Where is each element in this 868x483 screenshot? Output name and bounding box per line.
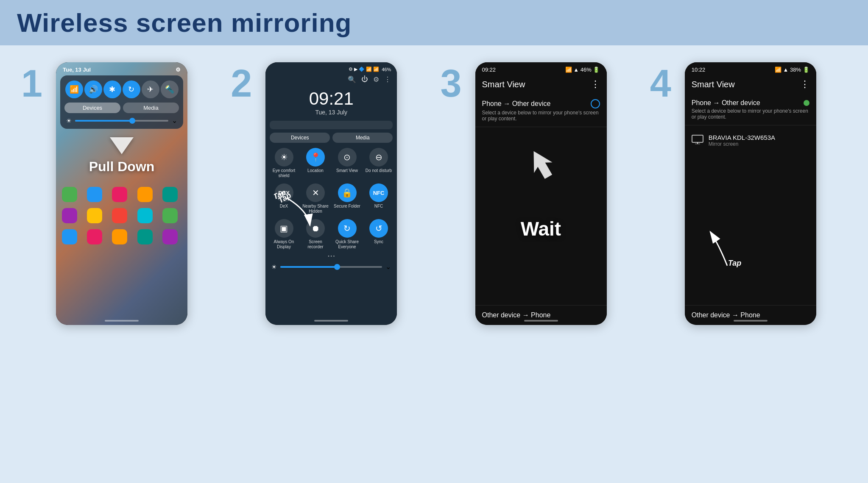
devices-tab[interactable]: Devices — [64, 103, 120, 113]
phone2-tile-aod[interactable]: ▣ Always On Display — [270, 219, 298, 250]
phone2-date: Tue, 13 July — [265, 109, 397, 116]
phone2-tile-eye-comfort[interactable]: ☀ Eye comfort shield — [270, 148, 298, 178]
device-info: BRAVIA KDL-32W653A Mirror screen — [709, 134, 775, 147]
settings-icon[interactable]: ⚙ — [373, 75, 379, 83]
phone4-section: Phone → Other device Select a device bel… — [685, 94, 816, 125]
phone3-section-subtitle: Select a device below to mirror your pho… — [482, 110, 600, 122]
phone2-background: ⚙ ▶ 🔷 📶 📶 46% 🔍 ⏻ ⚙ ⋮ 09:21 Tue, 13 July… — [265, 62, 397, 325]
phone2-tile-quick-share[interactable]: ↻ Quick Share Everyone — [333, 219, 361, 250]
device-name: BRAVIA KDL-32W653A — [709, 134, 775, 141]
more-icon[interactable]: ⋮ — [384, 75, 391, 83]
rotation-icon[interactable]: ↻ — [123, 80, 140, 98]
expand-icon: ⌄ — [172, 117, 177, 125]
secure-folder-label: Secure Folder — [334, 204, 360, 209]
volume-icon[interactable]: 🔊 — [84, 80, 102, 98]
brightness-low-icon: ☀ — [66, 117, 72, 124]
step-4-number: 4 — [650, 64, 680, 103]
nfc-icon: NFC — [369, 183, 388, 202]
phone4-status-bar: 10:22 📶 ▲ 38% 🔋 — [685, 62, 816, 75]
phone2-devices-tab[interactable]: Devices — [270, 133, 330, 143]
phone2-brightness-bar[interactable] — [280, 266, 382, 268]
step-3-block: 3 09:22 📶 ▲ 46% 🔋 Smart View ⋮ Phone → O… — [441, 62, 637, 325]
phone2-tile-screen-recorder[interactable]: ⏺ Screen recorder — [301, 219, 330, 250]
brightness-bar[interactable] — [75, 120, 168, 122]
phone2-brightness-fill — [280, 266, 336, 268]
app-5 — [162, 187, 178, 202]
step-2-number: 2 — [231, 64, 260, 103]
quick-tabs: Devices Media — [64, 103, 179, 113]
phone2-brightness-low-icon: ☀ — [271, 264, 277, 270]
pull-down-indicator: Pull Down — [56, 137, 187, 174]
svg-rect-3 — [692, 135, 703, 142]
phone2-time-block: 09:21 Tue, 13 July — [265, 85, 397, 118]
tap-arrow-4: Tap — [698, 223, 757, 270]
phone3-section-title: Phone → Other device — [482, 100, 551, 108]
quick-share-label: Quick Share Everyone — [333, 239, 361, 250]
phone1-date: Tue, 13 Jul — [63, 67, 91, 73]
app-10 — [162, 208, 178, 223]
media-tab[interactable]: Media — [123, 103, 179, 113]
wait-arrow-container — [524, 147, 558, 183]
phone2-tile-smart-view[interactable]: ⊙ Smart View — [333, 148, 361, 178]
eye-comfort-icon: ☀ — [275, 148, 293, 167]
app-2 — [87, 187, 102, 202]
flashlight-icon[interactable]: 🔦 — [161, 80, 179, 98]
nearby-share-label: Nearby Share Hidden — [301, 204, 330, 214]
phone4-menu-icon[interactable]: ⋮ — [800, 79, 809, 90]
phone2-nav-bar — [314, 320, 348, 322]
phone2-tile-grid-3: ▣ Always On Display ⏺ Screen recorder ↻ … — [265, 217, 397, 252]
phone2-status-bar: ⚙ ▶ 🔷 📶 📶 46% — [265, 62, 397, 74]
screen-recorder-label: Screen recorder — [301, 239, 330, 250]
phone2-tabs: Devices Media — [270, 133, 393, 143]
phone2-expand-icon: ⌄ — [385, 263, 391, 271]
secure-folder-icon: 🔒 — [338, 183, 357, 202]
phone2-tile-grid-2: DEX DeX ✕ Nearby Share Hidden 🔒 Secure F… — [265, 181, 397, 217]
phone3-header: Smart View ⋮ — [475, 75, 607, 94]
phone4-bottom-label: Other device → Phone — [692, 311, 809, 319]
app-13 — [112, 229, 127, 244]
step-2-phone: ⚙ ▶ 🔷 📶 📶 46% 🔍 ⏻ ⚙ ⋮ 09:21 Tue, 13 July… — [265, 62, 397, 325]
phone2-tile-dnd[interactable]: ⊖ Do not disturb — [365, 148, 393, 178]
step-2-block: 2 ⚙ ▶ 🔷 📶 📶 46% 🔍 ⏻ ⚙ ⋮ 09:21 Tue, 13 Ju… — [231, 62, 427, 325]
phone2-tile-nearby-share[interactable]: ✕ Nearby Share Hidden — [301, 183, 330, 214]
phone2-media-tab[interactable]: Media — [332, 133, 393, 143]
phone2-tile-dex[interactable]: DEX DeX — [270, 183, 298, 214]
power-icon[interactable]: ⏻ — [361, 75, 368, 83]
screen-recorder-icon: ⏺ — [306, 219, 325, 238]
phone3-time: 09:22 — [482, 67, 496, 73]
device-list-item[interactable]: BRAVIA KDL-32W653A Mirror screen — [685, 128, 816, 153]
phone3-menu-icon[interactable]: ⋮ — [591, 79, 600, 90]
phone2-time: 09:21 — [265, 89, 397, 109]
phone4-header: Smart View ⋮ — [685, 75, 816, 94]
phone3-battery: 📶 ▲ 46% 🔋 — [565, 67, 600, 73]
phone2-tile-sync[interactable]: ↺ Sync — [365, 219, 393, 250]
phone4-background: 10:22 📶 ▲ 38% 🔋 Smart View ⋮ Phone → Oth… — [685, 62, 816, 325]
phone3-circle-indicator — [591, 99, 600, 108]
app-3 — [112, 187, 127, 202]
search-icon[interactable]: 🔍 — [348, 75, 356, 83]
phone4-battery: 📶 ▲ 38% 🔋 — [775, 67, 809, 73]
app-15 — [162, 229, 178, 244]
brightness-handle — [129, 118, 135, 124]
dex-label: DeX — [280, 204, 288, 209]
step-1-phone: Tue, 13 Jul ⚙ 📶 🔊 ✱ ↻ ✈ 🔦 Devices — [56, 62, 187, 325]
phone2-tile-secure-folder[interactable]: 🔒 Secure Folder — [333, 183, 361, 214]
phone3-background: 09:22 📶 ▲ 46% 🔋 Smart View ⋮ Phone → Oth… — [475, 62, 607, 325]
wifi-icon[interactable]: 📶 — [65, 80, 83, 98]
header-bar: Wireless screen mirroring — [0, 0, 868, 45]
wait-text: Wait — [521, 217, 561, 240]
phone4-connected-indicator — [804, 100, 809, 106]
quick-share-icon: ↻ — [338, 219, 357, 238]
app-8 — [112, 208, 127, 223]
airplane-icon[interactable]: ✈ — [142, 80, 159, 98]
phone2-tile-location[interactable]: 📍 Location — [301, 148, 330, 178]
phone2-tile-nfc[interactable]: NFC NFC — [365, 183, 393, 214]
phone3-section: Phone → Other device Select a device bel… — [475, 94, 607, 127]
bluetooth-icon[interactable]: ✱ — [103, 80, 121, 98]
quick-icons-row: 📶 🔊 ✱ ↻ ✈ 🔦 — [64, 80, 179, 98]
phone1-nav-bar — [105, 320, 139, 322]
step-4-block: 4 10:22 📶 ▲ 38% 🔋 Smart View ⋮ Phone → O… — [650, 62, 847, 325]
app-4 — [137, 187, 153, 202]
tv-icon — [692, 135, 703, 147]
phone1-settings-icon: ⚙ — [176, 67, 181, 73]
